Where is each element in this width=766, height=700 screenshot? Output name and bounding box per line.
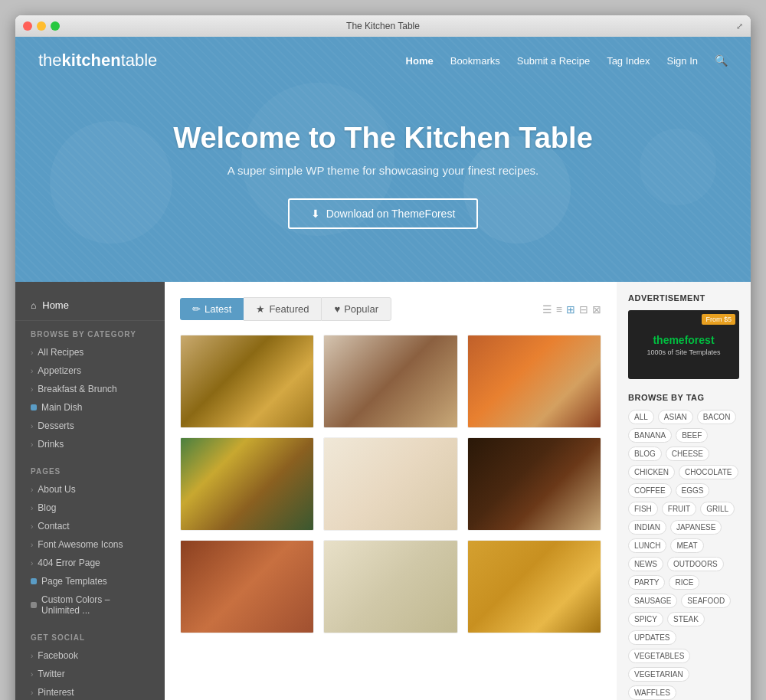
recipe-image-sandwich [468,541,601,633]
recipe-image-black-coffee [468,438,601,530]
tag-item[interactable]: EGGS [676,483,710,498]
ad-content: themeforest 1000s of Site Templates [647,334,721,356]
tag-item[interactable]: COFFEE [628,483,672,498]
tag-item[interactable]: BANANA [628,428,672,443]
logo-bold: kitchen [62,51,121,70]
wide-view-icon[interactable]: ⊠ [592,303,601,316]
recipe-card[interactable] [180,335,314,428]
arrow-icon: › [31,504,33,512]
expand-icon[interactable]: ⤢ [736,21,743,31]
tag-item[interactable]: CHOCOLATE [679,465,738,479]
arrow-icon: › [31,522,33,531]
tab-popular[interactable]: ♥ Popular [321,297,391,321]
maximize-button[interactable] [51,21,60,31]
sidebar-item-facebook[interactable]: ›Facebook [15,646,165,665]
recipe-card[interactable] [467,335,601,428]
sidebar-item-main-dish[interactable]: Main Dish [15,398,165,417]
tag-item[interactable]: ASIAN [658,410,693,424]
compact-view-icon[interactable]: ≡ [556,303,562,316]
recipe-grid [180,335,601,633]
tag-item[interactable]: MEAT [670,538,703,553]
tag-item[interactable]: SPICY [628,612,663,626]
app-window: The Kitchen Table ⤢ thekitchentable Home… [15,15,751,700]
recipe-card[interactable] [323,437,457,531]
advertisement-box[interactable]: From $5 themeforest 1000s of Site Templa… [628,310,739,379]
recipe-image-coffee-cream [324,335,457,427]
sidebar-item-breakfast[interactable]: ›Breakfast & Brunch [15,380,165,398]
ad-tagline: 1000s of Site Templates [647,348,721,356]
recipe-card[interactable] [323,540,457,633]
tag-item[interactable]: SEAFOOD [681,594,731,608]
tag-item[interactable]: LUNCH [628,538,666,553]
hero-subtitle: A super simple WP theme for showcasing y… [228,164,539,177]
tag-item[interactable]: BACON [697,410,737,424]
tag-item[interactable]: GRILL [700,502,735,516]
tab-latest[interactable]: ✏ Latest [180,298,244,320]
tag-item[interactable]: BLOG [628,446,662,461]
sidebar-social: GET SOCIAL ›Facebook ›Twitter ›Pinterest [15,633,165,700]
recipe-card[interactable] [467,540,601,633]
sidebar-item-fontawesome[interactable]: ›Font Awesome Icons [15,535,165,554]
tag-item[interactable]: STEAK [667,612,705,626]
tag-item[interactable]: ALL [628,410,654,424]
nav-submit[interactable]: Submit a Recipe [517,55,590,67]
tag-item[interactable]: VEGETABLES [628,649,690,663]
content-tabs: ✏ Latest ★ Featured ♥ Popular ☰ ≡ ⊞ ⊟ ⊠ [180,297,601,321]
tag-item[interactable]: INDIAN [628,520,666,535]
arrow-icon: › [31,486,33,494]
arrow-icon: › [31,689,33,697]
tag-item[interactable]: NEWS [628,557,663,571]
tag-item[interactable]: CHEESE [666,446,709,461]
sidebar-item-contact[interactable]: ›Contact [15,517,165,535]
sidebar-item-drinks[interactable]: ›Drinks [15,435,165,453]
recipe-card[interactable] [467,437,601,531]
dot-icon [31,578,37,584]
view-options: ☰ ≡ ⊞ ⊟ ⊠ [542,303,601,316]
grid-view-icon[interactable]: ⊞ [566,303,575,316]
sidebar-item-all-recipes[interactable]: ›All Recipes [15,343,165,361]
sidebar-item-appetizers[interactable]: ›Appetizers [15,361,165,380]
download-button[interactable]: ⬇ Download on ThemeForest [288,198,479,229]
tag-item[interactable]: BEEF [676,428,708,443]
sidebar-item-page-templates[interactable]: Page Templates [15,572,165,590]
recipe-card[interactable] [323,335,457,428]
sidebar-item-404[interactable]: ›404 Error Page [15,554,165,572]
sidebar-item-desserts[interactable]: ›Desserts [15,417,165,435]
tag-item[interactable]: SAUSAGE [628,594,677,608]
nav-links: Home Bookmarks Submit a Recipe Tag Index… [406,54,728,67]
nav-home[interactable]: Home [406,55,434,67]
tag-item[interactable]: VEGETARIAN [628,667,689,682]
close-button[interactable] [23,21,32,31]
nav-tagindex[interactable]: Tag Index [607,55,650,67]
tag-item[interactable]: RICE [669,575,699,590]
tag-item[interactable]: JAPANESE [670,520,722,535]
tag-item[interactable]: UPDATES [628,630,676,645]
sidebar-item-twitter[interactable]: ›Twitter [15,665,165,683]
recipe-card[interactable] [180,540,314,633]
hero-title: Welcome to The Kitchen Table [173,122,593,155]
sidebar-pages: PAGES ›About Us ›Blog ›Contact ›Font Awe… [15,467,165,620]
large-grid-icon[interactable]: ⊟ [579,303,588,316]
tag-item[interactable]: OUTDOORS [667,557,724,571]
tag-item[interactable]: FRUIT [662,502,696,516]
nav-bookmarks[interactable]: Bookmarks [450,55,500,67]
arrow-icon: › [31,652,33,660]
minimize-button[interactable] [37,21,46,31]
list-view-icon[interactable]: ☰ [542,303,552,316]
tag-item[interactable]: FISH [628,502,658,516]
sidebar-item-custom-colors[interactable]: Custom Colors – Unlimited ... [15,590,165,620]
recipe-card[interactable] [180,437,314,531]
sidebar-item-blog[interactable]: ›Blog [15,499,165,517]
nav-signin[interactable]: Sign In [667,55,698,67]
tab-featured[interactable]: ★ Featured [244,297,321,321]
advertisement-title: ADVERTISEMENT [628,293,739,303]
tag-item[interactable]: WAFFLES [628,685,676,700]
pages-title: PAGES [15,467,165,480]
sidebar-item-pinterest[interactable]: ›Pinterest [15,683,165,700]
search-icon[interactable]: 🔍 [715,54,728,67]
tag-item[interactable]: CHICKEN [628,465,675,479]
tag-item[interactable]: PARTY [628,575,665,590]
sidebar-home[interactable]: ⌂ Home [15,293,165,321]
sidebar-item-about[interactable]: ›About Us [15,480,165,499]
site-logo[interactable]: thekitchentable [38,51,157,70]
